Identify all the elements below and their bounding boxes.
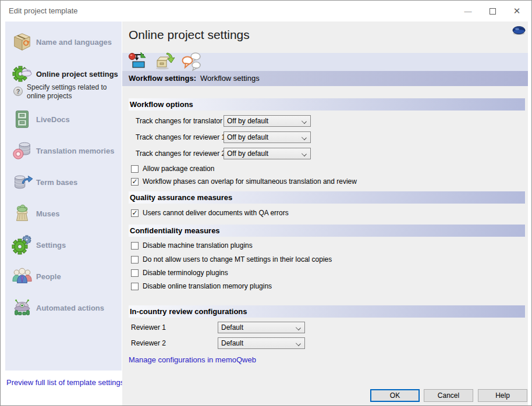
help-question-icon: ?: [13, 87, 23, 96]
sidebar-item-name-and-languages[interactable]: Name and languages: [10, 30, 120, 54]
checkbox-label: Disable machine translation plugins: [143, 241, 253, 250]
track-changes-translator-select[interactable]: Off by default: [224, 115, 311, 127]
maximize-icon: [490, 8, 496, 15]
reviewer2-label: Reviewer 2: [131, 337, 166, 349]
sidebar-item-label: Muses: [34, 209, 59, 218]
gear-cloud-icon: [10, 62, 34, 86]
track-changes-reviewer2-label: Track changes for reviewer 2: [136, 148, 225, 159]
disable-terminology-plugins-checkbox[interactable]: Disable terminology plugins: [131, 269, 228, 277]
sidebar-item-label: LiveDocs: [34, 115, 70, 124]
section-header-in-country-review: In-country review configurations: [129, 305, 525, 318]
settings-tab-strip: [122, 53, 528, 71]
sidebar-item-muses[interactable]: Muses: [10, 201, 120, 226]
checkbox-label: Users cannot deliver documents with QA e…: [143, 209, 289, 217]
qa-errors-checkbox[interactable]: Users cannot deliver documents with QA e…: [131, 209, 289, 217]
filing-cabinet-icon: [10, 107, 34, 131]
workflow-settings-icon[interactable]: [127, 51, 148, 72]
disable-mt-plugins-checkbox[interactable]: Disable machine translation plugins: [131, 241, 253, 250]
reviewer2-select[interactable]: Default: [218, 337, 305, 349]
reviewer1-label: Reviewer 1: [131, 322, 166, 333]
title-bar: Edit project template — ✕: [1, 1, 531, 22]
help-button[interactable]: Help: [478, 389, 527, 402]
package-box-icon: [10, 30, 34, 54]
manage-configurations-link[interactable]: Manage configurations in memoQweb: [129, 355, 256, 364]
selected-value: Off by default: [227, 133, 268, 141]
sidebar-item-label: Online project settings: [34, 70, 118, 79]
selected-tab-band: Workflow settings:Workflow settings: [122, 71, 528, 86]
chevron-down-icon: [302, 119, 307, 124]
robot-icon: [10, 295, 34, 320]
sidebar-item-translation-memories[interactable]: Translation memories: [10, 138, 120, 163]
minimize-icon: —: [464, 7, 472, 16]
no-mt-settings-change-checkbox[interactable]: Do not allow users to change MT settings…: [131, 255, 332, 263]
sidebar-item-label: People: [34, 272, 61, 281]
selected-item-description: ? Specify settings related to online pro…: [13, 83, 116, 101]
checkbox-label: Disable online translation memory plugin…: [143, 282, 272, 290]
close-button[interactable]: ✕: [507, 3, 527, 19]
selected-value: Off by default: [227, 149, 268, 158]
checkbox-box: [131, 283, 139, 290]
preview-full-list-link[interactable]: Preview full list of template settings: [6, 378, 124, 387]
allow-package-creation-checkbox[interactable]: Allow package creation: [131, 165, 214, 173]
selected-value: Default: [221, 339, 243, 347]
sidebar-item-label: Name and languages: [34, 38, 112, 47]
sidebar-item-label: Term bases: [34, 178, 77, 187]
window-title: Edit project template: [9, 6, 78, 15]
chevron-down-icon: [302, 151, 307, 156]
ok-button[interactable]: OK: [370, 389, 420, 402]
database-ring-icon: [10, 138, 34, 163]
package-settings-icon[interactable]: [154, 51, 175, 72]
sidebar-item-automated-actions[interactable]: Automated actions: [10, 295, 120, 320]
communication-settings-icon[interactable]: [181, 51, 202, 72]
close-icon: ✕: [513, 6, 521, 16]
sidebar-item-label: Automated actions: [34, 304, 104, 312]
sidebar-item-settings[interactable]: Settings: [10, 233, 120, 257]
sidebar-item-label: Translation memories: [34, 147, 114, 155]
sidebar-item-term-bases[interactable]: Term bases: [10, 170, 120, 194]
sidebar-item-livedocs[interactable]: LiveDocs: [10, 107, 120, 131]
checkbox-label: Workflow phases can overlap for simultan…: [143, 177, 357, 186]
sidebar-item-label: Settings: [34, 241, 66, 250]
track-changes-reviewer1-label: Track changes for reviewer 1: [136, 131, 225, 143]
sidebar-item-online-project-settings[interactable]: Online project settings: [10, 62, 120, 86]
checkbox-label: Allow package creation: [143, 165, 214, 173]
minimize-button[interactable]: —: [458, 3, 478, 19]
track-changes-reviewer2-select[interactable]: Off by default: [224, 148, 311, 159]
checkbox-box: [131, 178, 139, 186]
edit-project-template-dialog: Edit project template — ✕ Name and langu…: [0, 0, 532, 406]
tab-band-label: Workflow settings:: [129, 74, 196, 83]
section-header-workflow-options: Workflow options: [129, 98, 525, 111]
online-project-eye-icon: [512, 26, 526, 38]
selected-value: Off by default: [227, 117, 268, 125]
people-icon: [10, 264, 34, 289]
page-title: Online project settings: [129, 28, 250, 42]
chevron-down-icon: [302, 135, 307, 140]
track-changes-translator-label: Track changes for translator: [136, 115, 222, 127]
disable-online-tm-plugins-checkbox[interactable]: Disable online translation memory plugin…: [131, 282, 272, 290]
database-arrow-icon: [10, 170, 34, 194]
description-text: Specify settings related to online proje…: [27, 83, 116, 101]
section-header-quality-assurance: Quality assurance measures: [129, 191, 525, 204]
muse-statue-icon: [10, 201, 34, 226]
tab-band-value: Workflow settings: [200, 74, 260, 83]
track-changes-reviewer1-select[interactable]: Off by default: [224, 131, 311, 143]
chevron-down-icon: [296, 325, 301, 330]
selected-value: Default: [221, 323, 243, 332]
reviewer1-select[interactable]: Default: [218, 322, 305, 333]
chevron-down-icon: [296, 341, 301, 346]
checkbox-box: [131, 242, 139, 250]
section-header-confidentiality: Confidentiality measures: [129, 225, 525, 237]
workflow-phases-overlap-checkbox[interactable]: Workflow phases can overlap for simultan…: [131, 177, 357, 186]
sidebar-item-people[interactable]: People: [10, 264, 120, 289]
checkbox-box: [131, 256, 139, 263]
settings-category-sidebar: Name and languages: [5, 22, 122, 371]
checkbox-box: [131, 269, 139, 277]
gears-icon: [10, 233, 34, 257]
checkbox-box: [131, 209, 139, 217]
checkbox-label: Do not allow users to change MT settings…: [143, 255, 332, 263]
maximize-button[interactable]: [483, 3, 502, 19]
checkbox-box: [131, 165, 139, 173]
online-project-settings-panel: Online project settings: [122, 22, 528, 406]
cancel-button[interactable]: Cancel: [424, 389, 473, 402]
checkbox-label: Disable terminology plugins: [143, 269, 228, 277]
